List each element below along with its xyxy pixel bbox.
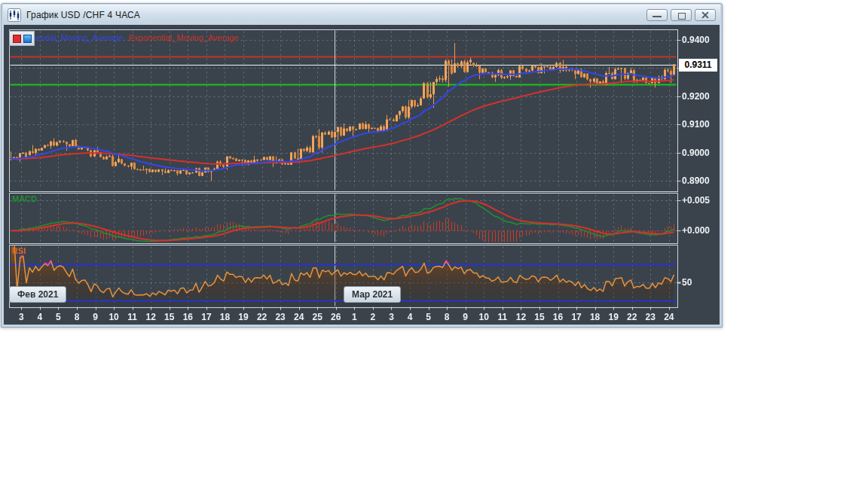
price-axis-label: 0.9100 bbox=[682, 119, 720, 130]
month-label: Фев 2021 bbox=[9, 286, 66, 303]
x-axis-label: 15 bbox=[530, 312, 549, 322]
restore-button[interactable] bbox=[671, 9, 692, 21]
current-price-tag: 0.9311 bbox=[679, 59, 717, 72]
indicator-legend: Exponential_Moving_Average Exponential_M… bbox=[13, 33, 239, 42]
x-axis-label: 11 bbox=[494, 312, 512, 322]
x-axis-label: 12 bbox=[512, 312, 530, 322]
x-axis-label: 5 bbox=[49, 312, 67, 322]
indicator-toolbar bbox=[9, 31, 35, 46]
minimize-icon bbox=[653, 16, 662, 17]
chart-canvas[interactable] bbox=[4, 25, 720, 325]
x-axis-label: 15 bbox=[160, 312, 179, 322]
x-axis-label: 1 bbox=[345, 312, 363, 322]
x-axis-label: 10 bbox=[475, 312, 493, 322]
x-axis-label: 24 bbox=[660, 312, 678, 322]
x-axis-label: 17 bbox=[197, 312, 215, 322]
x-axis-label: 5 bbox=[420, 312, 438, 322]
window-controls bbox=[646, 9, 716, 21]
macd-label: MACD bbox=[12, 194, 37, 203]
price-axis-label: 0.9200 bbox=[682, 91, 720, 102]
macd-axis-label: +0.000 bbox=[682, 225, 720, 236]
price-axis-label: 0.8900 bbox=[682, 175, 720, 186]
x-axis-label: 2 bbox=[364, 312, 382, 322]
x-axis-label: 26 bbox=[327, 312, 345, 322]
x-axis-label: 12 bbox=[142, 312, 160, 322]
x-axis-label: 8 bbox=[438, 312, 456, 322]
price-axis-label: 0.9000 bbox=[682, 148, 720, 158]
chart-window: График USD /CHF 4 ЧАСА Exponential_Movin… bbox=[1, 3, 723, 328]
x-axis-label: 22 bbox=[253, 312, 271, 322]
rsi-axis-label: 50 bbox=[682, 277, 720, 288]
chart-client-area[interactable]: Exponential_Moving_Average Exponential_M… bbox=[4, 25, 720, 325]
x-axis-label: 9 bbox=[457, 312, 475, 322]
blue-indicator-swatch[interactable] bbox=[23, 35, 32, 43]
minimize-button[interactable] bbox=[646, 9, 668, 21]
x-axis-label: 18 bbox=[215, 312, 234, 322]
x-axis-label: 3 bbox=[382, 312, 400, 322]
rsi-label: RSI bbox=[12, 246, 26, 255]
x-axis-label: 10 bbox=[105, 312, 123, 322]
x-axis-label: 19 bbox=[604, 312, 622, 322]
x-axis-label: 17 bbox=[567, 312, 585, 322]
restore-icon bbox=[678, 13, 686, 20]
x-axis-label: 16 bbox=[179, 312, 197, 322]
x-axis-label: 11 bbox=[124, 312, 142, 322]
x-axis-label: 3 bbox=[12, 312, 30, 322]
ema-slow-legend-label: Exponential_Moving_Average bbox=[129, 33, 239, 42]
price-axis-label: 0.9400 bbox=[682, 35, 720, 45]
x-axis-label: 4 bbox=[31, 312, 49, 322]
macd-axis-label: +0.005 bbox=[682, 195, 720, 206]
x-axis-label: 25 bbox=[308, 312, 326, 322]
red-indicator-swatch[interactable] bbox=[13, 35, 21, 43]
title-bar[interactable]: График USD /CHF 4 ЧАСА bbox=[3, 5, 720, 25]
x-axis-label: 18 bbox=[586, 312, 604, 322]
month-label: Мар 2021 bbox=[344, 286, 401, 303]
x-axis-label: 19 bbox=[234, 312, 252, 322]
candlestick-chart-icon bbox=[8, 8, 21, 22]
x-axis-label: 16 bbox=[549, 312, 567, 322]
x-axis-label: 23 bbox=[641, 312, 659, 322]
x-axis-label: 22 bbox=[623, 312, 641, 322]
x-axis-label: 23 bbox=[271, 312, 289, 322]
x-axis-label: 4 bbox=[401, 312, 419, 322]
close-button[interactable] bbox=[695, 9, 716, 21]
x-axis-label: 24 bbox=[290, 312, 308, 322]
x-axis-label: 9 bbox=[87, 312, 105, 322]
x-axis-label: 8 bbox=[68, 312, 86, 322]
window-title: График USD /CHF 4 ЧАСА bbox=[26, 10, 140, 20]
